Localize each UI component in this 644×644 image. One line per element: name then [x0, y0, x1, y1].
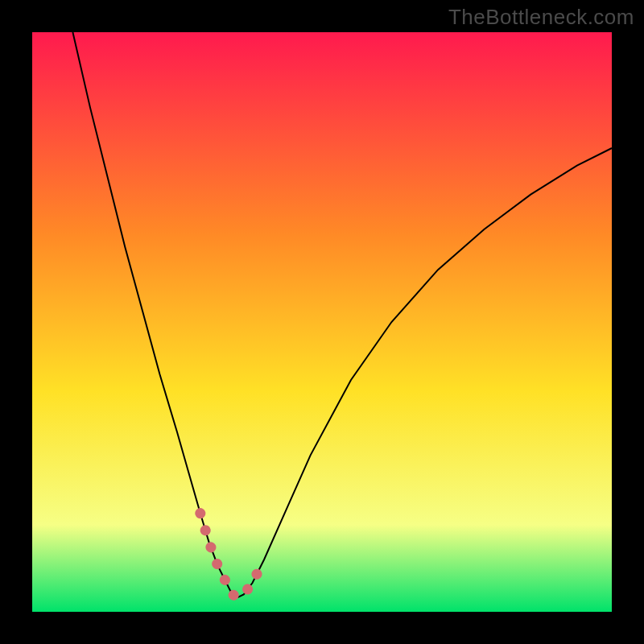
watermark-text: TheBottleneck.com — [448, 5, 634, 30]
chart-svg — [32, 32, 612, 612]
series-curve — [72, 32, 612, 597]
series-highlight — [200, 514, 264, 597]
plot-area — [32, 32, 612, 612]
chart-frame: TheBottleneck.com — [0, 0, 644, 644]
